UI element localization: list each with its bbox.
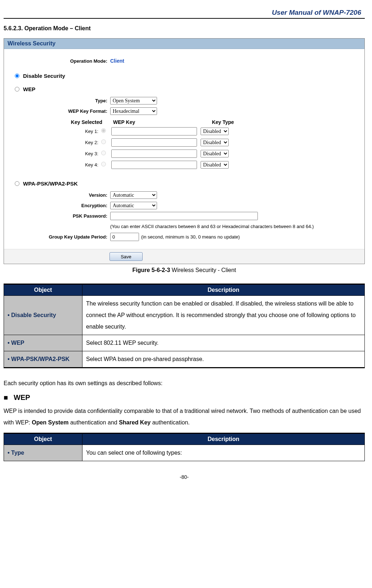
gkup-input[interactable] bbox=[110, 233, 139, 241]
wep-type-select[interactable]: Open System bbox=[110, 97, 157, 104]
disable-security-label: Disable Security bbox=[23, 73, 65, 79]
intro-paragraph: Each security option has its own setting… bbox=[4, 378, 365, 389]
key3-type-select[interactable]: Disabled bbox=[201, 150, 229, 157]
psk-password-input[interactable] bbox=[110, 212, 258, 220]
td-desc-disable: The wireless security function can be en… bbox=[82, 296, 365, 335]
operation-mode-label: Operation Mode: bbox=[8, 58, 110, 64]
td-obj-disable: Disable Security bbox=[4, 296, 82, 335]
wep-subheading: ■ WEP bbox=[4, 393, 365, 402]
gkup-hint: (in second, minimum is 30, 0 means no up… bbox=[141, 234, 240, 240]
td-obj-type: Type bbox=[4, 445, 82, 461]
page-number: -80- bbox=[4, 474, 365, 480]
panel-title: Wireless Security bbox=[4, 39, 364, 49]
key2-radio[interactable] bbox=[101, 139, 106, 144]
key1-type-select[interactable]: Disabled bbox=[201, 128, 229, 135]
key1-label: Key 1: bbox=[8, 129, 101, 134]
object-table-1: Object Description Disable Security The … bbox=[4, 284, 365, 368]
wep-head-selected: Key Selected bbox=[8, 119, 113, 125]
wep-format-select[interactable]: Hexadecimal bbox=[110, 107, 157, 115]
figure-caption-num: Figure 5-6-2-3 bbox=[132, 267, 170, 273]
operation-mode-value: Client bbox=[110, 58, 124, 64]
figure-wireless-security: Wireless Security Operation Mode: Client… bbox=[4, 38, 365, 264]
header-divider bbox=[4, 18, 365, 19]
figure-caption-text: Wireless Security - Client bbox=[170, 267, 236, 273]
key1-radio[interactable] bbox=[101, 128, 106, 133]
key4-label: Key 4: bbox=[8, 162, 101, 168]
th-description: Description bbox=[82, 284, 365, 296]
key3-label: Key 3: bbox=[8, 151, 101, 156]
section-title: Operation Mode – Client bbox=[24, 25, 91, 31]
wep-description: WEP is intended to provide data confiden… bbox=[4, 405, 365, 428]
key3-input[interactable] bbox=[111, 150, 197, 158]
section-number: 5.6.2.3. bbox=[4, 25, 23, 31]
psk-hint: (You can enter ASCII characters between … bbox=[110, 224, 314, 229]
figure-caption: Figure 5-6-2-3 Wireless Security - Clien… bbox=[4, 267, 365, 273]
document-header: User Manual of WNAP-7206 bbox=[4, 0, 365, 18]
key1-input[interactable] bbox=[111, 127, 197, 135]
square-bullet-icon: ■ bbox=[4, 393, 8, 402]
key2-label: Key 2: bbox=[8, 140, 101, 145]
psk-password-label: PSK Password: bbox=[8, 213, 110, 219]
th-description-2: Description bbox=[82, 433, 365, 445]
key3-radio[interactable] bbox=[101, 151, 106, 155]
wep-head-key: WEP Key bbox=[113, 119, 201, 125]
wep-format-label: WEP Key Format: bbox=[8, 108, 110, 114]
radio-disable-security[interactable] bbox=[15, 74, 19, 78]
td-desc-wpa: Select WPA based on pre-shared passphras… bbox=[82, 351, 365, 368]
td-desc-wep: Select 802.11 WEP security. bbox=[82, 335, 365, 351]
radio-wep[interactable] bbox=[15, 87, 19, 92]
save-button[interactable]: Save bbox=[109, 252, 143, 261]
th-object: Object bbox=[4, 284, 82, 296]
wpa-version-select[interactable]: Automatic bbox=[110, 191, 157, 199]
wpa-version-label: Version: bbox=[8, 192, 110, 198]
wpa-encryption-select[interactable]: Automatic bbox=[110, 202, 157, 209]
wpa-psk-label: WPA-PSK/WPA2-PSK bbox=[23, 181, 78, 187]
key4-type-select[interactable]: Disabled bbox=[201, 161, 229, 169]
key4-radio[interactable] bbox=[101, 162, 106, 166]
td-desc-type: You can select one of following types: bbox=[82, 445, 365, 461]
td-obj-wep: WEP bbox=[4, 335, 82, 351]
object-table-2: Object Description Type You can select o… bbox=[4, 433, 365, 461]
wep-subheading-text: WEP bbox=[14, 393, 30, 402]
wep-head-type: Key Type bbox=[201, 119, 245, 125]
wep-type-label: Type: bbox=[8, 98, 110, 103]
radio-wpa-psk[interactable] bbox=[15, 181, 19, 186]
wep-label: WEP bbox=[23, 86, 35, 92]
td-obj-wpa: WPA-PSK/WPA2-PSK bbox=[4, 351, 82, 368]
wpa-encryption-label: Encryption: bbox=[8, 203, 110, 208]
gkup-label: Group Key Update Period: bbox=[8, 234, 110, 240]
key2-type-select[interactable]: Disabled bbox=[201, 139, 229, 146]
th-object-2: Object bbox=[4, 433, 82, 445]
section-heading: 5.6.2.3. Operation Mode – Client bbox=[4, 25, 365, 32]
key2-input[interactable] bbox=[111, 138, 197, 147]
key4-input[interactable] bbox=[111, 161, 197, 169]
